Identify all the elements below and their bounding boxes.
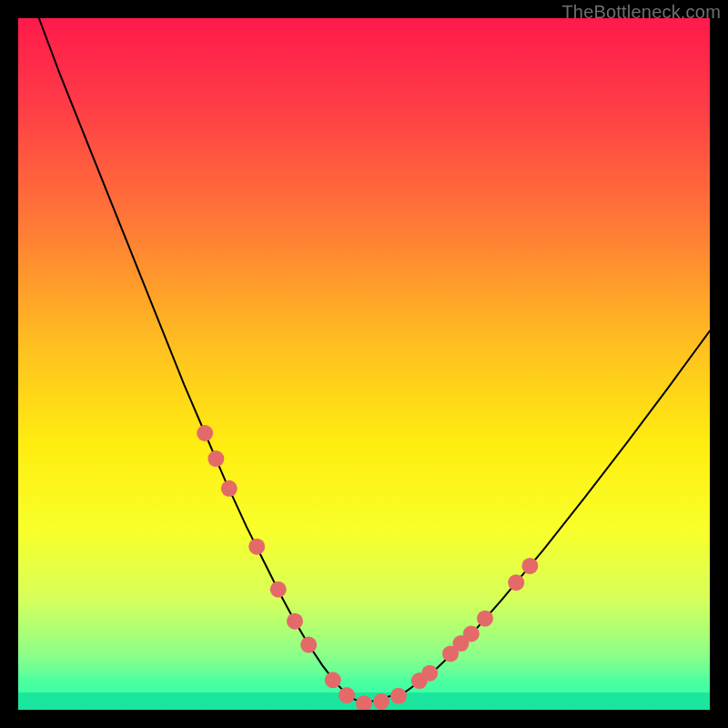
highlight-dot [300, 637, 317, 653]
highlight-dot [339, 687, 355, 703]
highlight-dot [197, 425, 213, 441]
highlight-dot [207, 450, 224, 467]
bottleneck-chart [18, 18, 710, 710]
chart-frame [18, 18, 710, 710]
highlight-dot [287, 613, 303, 630]
highlight-dot [508, 574, 524, 591]
highlight-dot [477, 611, 493, 627]
highlight-dot [463, 625, 480, 642]
highlight-dot [421, 665, 438, 682]
highlight-dot [221, 480, 238, 497]
highlight-dot [270, 581, 287, 598]
gradient-background [18, 18, 710, 710]
highlight-dot [325, 672, 341, 688]
highlight-dot [521, 558, 538, 574]
highlight-dot [248, 539, 265, 555]
highlight-dot [390, 688, 407, 704]
highlight-dot [373, 693, 389, 710]
watermark-label: TheBottleneck.com [561, 2, 721, 23]
